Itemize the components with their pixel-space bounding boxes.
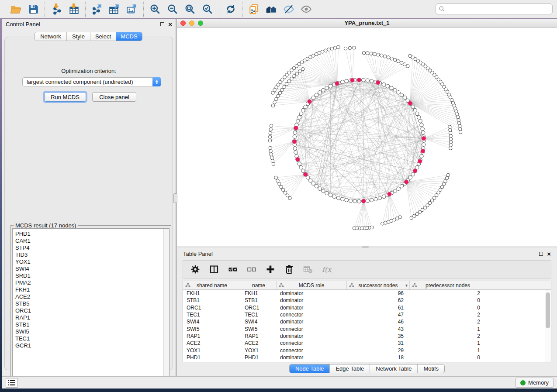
memory-button[interactable]: Memory (515, 378, 554, 388)
mcds-result-item[interactable]: STP4 (15, 244, 169, 251)
network-canvas[interactable] (177, 28, 557, 245)
import-network-icon[interactable] (50, 3, 63, 16)
vertical-splitter-handle[interactable] (173, 193, 177, 203)
column-header-MCDS-role[interactable]: MCDS role (277, 281, 347, 289)
control-panel: Control Panel × NetworkStyleSelectMCDS O… (2, 19, 176, 376)
mcds-result-item[interactable]: ORC1 (15, 307, 169, 314)
table-row[interactable]: SWI4SWI4dominator462 (183, 318, 551, 325)
table-row[interactable]: STB1STB1dominator620 (183, 297, 551, 304)
table-cell: TEC1 (241, 311, 277, 318)
column-header-shared-name[interactable]: shared name (183, 281, 241, 289)
table-cell: 2 (410, 318, 486, 325)
zoom-fit-icon[interactable] (183, 3, 197, 16)
table-row[interactable]: SWI5SWI5connector431 (183, 325, 551, 332)
table-cell: 46 (347, 318, 410, 325)
table-cell: PHD1 (241, 354, 277, 361)
mcds-result-item[interactable]: PHD1 (15, 230, 169, 237)
table-cell: 29 (347, 347, 410, 354)
gear-icon[interactable] (189, 263, 201, 275)
table-row[interactable]: FKH1FKH1dominator962 (183, 290, 551, 297)
checked-pair-icon[interactable] (227, 263, 239, 275)
duplicate-network-style-icon[interactable] (247, 3, 260, 16)
neighbor-houses-icon[interactable] (265, 3, 278, 16)
close-table-panel-icon[interactable]: × (547, 252, 551, 256)
mcds-result-item[interactable]: RAP1 (15, 314, 169, 321)
table-row[interactable]: RAP1RAP1dominator352 (183, 333, 551, 340)
column-header-predecessor-nodes[interactable]: predecessor nodes (410, 281, 486, 289)
mcds-result-list[interactable]: PHD1CAR1STP4TID3YOX1SWI4SRD1PMA2FKH1ACE2… (12, 228, 170, 382)
tab-node-table[interactable]: Node Table (290, 364, 330, 373)
mcds-result-item[interactable]: SWI5 (15, 328, 169, 335)
tab-select[interactable]: Select (90, 32, 116, 41)
table-cell: ORC1 (183, 304, 241, 311)
tab-mcds[interactable]: MCDS (116, 32, 142, 41)
close-panel-icon[interactable]: × (168, 22, 172, 26)
mcds-result-item[interactable]: STB5 (15, 300, 169, 307)
table-cell: dominator (277, 354, 347, 361)
import-table-icon[interactable] (67, 3, 80, 16)
table-cell: 0 (410, 297, 486, 304)
tab-network-table[interactable]: Network Table (370, 364, 418, 373)
tab-network[interactable]: Network (35, 32, 67, 41)
search-icon (439, 6, 445, 12)
network-window-titlebar[interactable]: YPA_prune.txt_1 (177, 19, 557, 28)
mcds-result-item[interactable]: SRD1 (15, 272, 169, 279)
fx-icon[interactable]: f(x) (321, 263, 333, 275)
split-pane-icon[interactable] (208, 263, 220, 275)
show-all-eye-icon[interactable] (300, 3, 313, 16)
export-table-icon[interactable] (108, 3, 121, 16)
table-row[interactable]: YOX1YOX1connector291 (183, 347, 551, 354)
trash-icon[interactable] (283, 263, 295, 275)
float-panel-icon[interactable] (160, 22, 164, 26)
column-header-successor-nodes[interactable]: successor nodes▾ (347, 281, 410, 289)
save-session-icon[interactable] (27, 3, 40, 16)
zoom-in-icon[interactable] (149, 3, 162, 16)
close-panel-button[interactable]: Close panel (92, 92, 136, 102)
table-row[interactable]: PHD1PHD1dominator180 (183, 354, 551, 361)
table-scrollbar-thumb[interactable] (546, 292, 550, 328)
run-mcds-button[interactable]: Run MCDS (44, 92, 86, 102)
mcds-list-scrollbar[interactable] (163, 229, 169, 382)
mcds-result-item[interactable]: GCR1 (15, 342, 169, 349)
plus-icon[interactable] (264, 263, 277, 275)
tab-style[interactable]: Style (67, 32, 90, 41)
table-cell: 0 (410, 304, 486, 311)
table-scrollbar[interactable] (545, 290, 551, 362)
mcds-result-item[interactable]: TEC1 (15, 335, 169, 342)
table-row[interactable]: TEC1TEC1connector472 (183, 311, 551, 318)
mcds-result-item[interactable]: STB1 (15, 321, 169, 328)
tab-motifs[interactable]: Motifs (418, 364, 444, 373)
toolbar-group (143, 2, 219, 17)
open-file-icon[interactable] (9, 3, 22, 16)
panel-list-button[interactable] (6, 378, 18, 388)
column-header-name[interactable]: name (241, 281, 277, 289)
table-row[interactable]: ORC1ORC1dominator610 (183, 304, 551, 311)
table-delete-icon[interactable] (302, 263, 314, 275)
mcds-result-item[interactable]: SWI4 (15, 265, 169, 272)
table-cell: 1 (410, 340, 486, 347)
zoom-selected-icon[interactable] (201, 3, 214, 16)
unchecked-pair-icon[interactable] (246, 263, 258, 275)
table-cell: SWI4 (183, 318, 241, 325)
mcds-result-item[interactable]: PMA2 (15, 279, 169, 286)
table-row[interactable]: ACE2ACE2connector311 (183, 340, 551, 347)
optimization-criterion-select[interactable]: largest connected component (undirected) (22, 77, 161, 86)
mcds-result-item[interactable]: CAR1 (15, 237, 169, 244)
sort-desc-icon[interactable]: ▾ (405, 283, 408, 288)
attribute-tree-icon (349, 283, 354, 289)
mcds-result-item[interactable]: ACE2 (15, 293, 169, 300)
zoom-out-icon[interactable] (166, 3, 179, 16)
table-cell: 0 (410, 354, 486, 361)
table-cell: RAP1 (183, 333, 241, 340)
mcds-result-item[interactable]: TID3 (15, 251, 169, 258)
float-table-panel-icon[interactable] (539, 252, 543, 256)
export-network-icon[interactable] (90, 3, 104, 16)
tab-edge-table[interactable]: Edge Table (330, 364, 370, 373)
mcds-result-item[interactable]: YOX1 (15, 258, 169, 265)
list-icon (7, 379, 16, 387)
hide-selection-eye-icon[interactable] (282, 3, 295, 16)
refresh-view-icon[interactable] (224, 3, 237, 16)
export-image-icon[interactable] (125, 3, 138, 16)
search-input[interactable] (436, 3, 553, 14)
mcds-result-item[interactable]: FKH1 (15, 286, 169, 293)
